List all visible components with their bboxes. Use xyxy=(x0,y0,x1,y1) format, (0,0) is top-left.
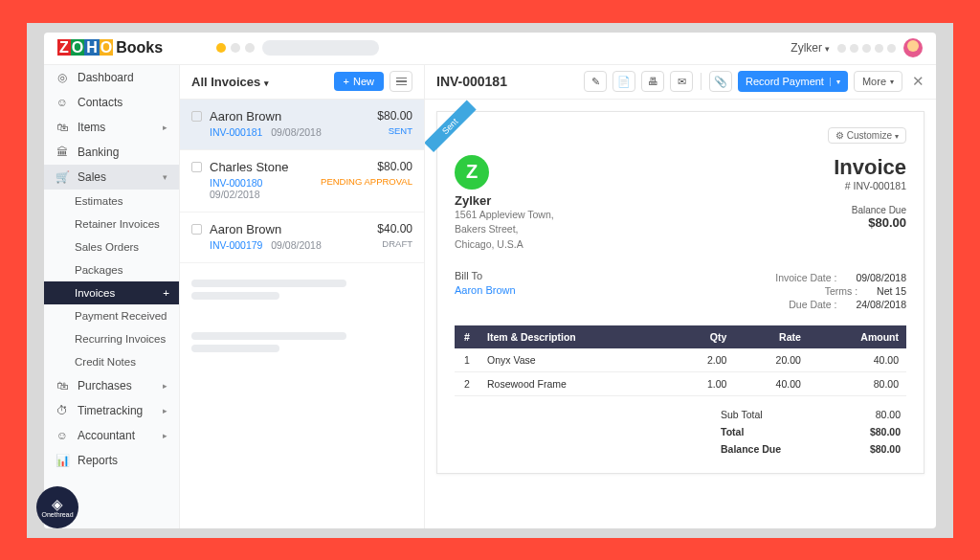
nav-invoices[interactable]: Invoices+ xyxy=(44,281,179,304)
detail-title: INV-000181 xyxy=(436,74,507,89)
user-icon: ☺ xyxy=(56,96,69,109)
nav-items[interactable]: 🛍Items▸ xyxy=(44,115,179,140)
nav-retainer-invoices[interactable]: Retainer Invoices xyxy=(44,213,179,235)
invoice-status: PENDING APPROVAL xyxy=(321,176,412,187)
chevron-right-icon: ▸ xyxy=(163,406,167,415)
customize-button[interactable]: ⚙ Customize▾ xyxy=(828,127,906,144)
balance-label: Balance Due xyxy=(834,205,906,215)
invoice-number-link[interactable]: INV-000181 xyxy=(210,126,262,138)
record-payment-button[interactable]: Record Payment▾ xyxy=(738,71,848,92)
invoice-status: SENT xyxy=(377,125,412,136)
checkbox[interactable] xyxy=(191,224,202,235)
clock-icon: ⏱ xyxy=(56,404,69,417)
gauge-icon: ◎ xyxy=(56,71,69,84)
invoice-amount: $80.00 xyxy=(321,160,412,173)
chevron-down-icon: ▾ xyxy=(163,172,167,182)
user-icon: ☺ xyxy=(56,429,69,442)
nav-reports[interactable]: 📊Reports xyxy=(44,448,179,473)
window-dots xyxy=(216,43,255,53)
app-logo: ZOHOBooks xyxy=(57,39,163,56)
company-address: 1561 Appleview Town, Bakers Street, Chic… xyxy=(455,208,554,253)
avatar[interactable] xyxy=(903,38,923,57)
invoice-number-link[interactable]: INV-000180 xyxy=(210,177,262,189)
file-icon: 📄 xyxy=(617,76,631,88)
close-button[interactable]: ✕ xyxy=(912,73,924,90)
nav-sales-orders[interactable]: Sales Orders xyxy=(44,235,179,258)
printer-icon: 🖶 xyxy=(648,76,658,87)
sidebar: ◎Dashboard ☺Contacts 🛍Items▸ 🏛Banking 🛒S… xyxy=(44,65,180,528)
company-name: Zylker xyxy=(455,193,554,208)
totals: Sub Total80.00Total$80.00Balance Due$80.… xyxy=(715,406,906,458)
chevron-right-icon: ▸ xyxy=(163,123,167,132)
invoice-row[interactable]: Charles Stone INV-000180 09/02/2018 $80.… xyxy=(180,150,424,213)
billto-label: Bill To xyxy=(455,270,516,281)
new-button[interactable]: +New xyxy=(334,72,384,91)
bank-icon: 🏛 xyxy=(56,146,69,159)
print-button[interactable]: 🖶 xyxy=(641,71,664,92)
nav-accountant[interactable]: ☺Accountant▸ xyxy=(44,423,179,448)
pencil-icon: ✎ xyxy=(591,76,600,88)
more-button[interactable]: More▾ xyxy=(854,71,902,92)
pdf-button[interactable]: 📄 xyxy=(612,71,635,92)
nav-timetracking[interactable]: ⏱Timetracking▸ xyxy=(44,398,179,423)
document-type: Invoice xyxy=(834,155,906,180)
skeleton-row xyxy=(180,263,424,316)
cube-icon: ◈ xyxy=(52,497,63,511)
nav-estimates[interactable]: Estimates xyxy=(44,190,179,213)
skeleton-row xyxy=(180,316,424,369)
list-menu-button[interactable] xyxy=(390,71,412,92)
watermark-badge: ◈ Onethread xyxy=(36,486,78,528)
header-action-dots xyxy=(837,44,896,53)
nav-contacts[interactable]: ☺Contacts xyxy=(44,90,179,115)
invoice-customer: Charles Stone xyxy=(210,160,313,174)
topbar: ZOHOBooks Zylker▾ xyxy=(44,33,936,65)
bag-icon: 🛍 xyxy=(56,379,69,392)
nav-purchases[interactable]: 🛍Purchases▸ xyxy=(44,373,179,398)
invoice-amount: $40.00 xyxy=(377,222,412,235)
nav-packages[interactable]: Packages xyxy=(44,258,179,281)
nav-sales[interactable]: 🛒Sales▾ xyxy=(44,165,179,190)
bag-icon: 🛍 xyxy=(56,121,69,134)
nav-dashboard[interactable]: ◎Dashboard xyxy=(44,65,179,90)
invoice-row[interactable]: Aaron Brown INV-000179 09/08/2018 $40.00… xyxy=(180,213,424,263)
mail-button[interactable]: ✉ xyxy=(670,71,693,92)
invoice-preview: Sent ⚙ Customize▾ Z Zylker 1561 Applevie… xyxy=(436,111,924,474)
invoice-status: DRAFT xyxy=(377,238,412,249)
status-ribbon: Sent xyxy=(425,100,476,151)
nav-credit-notes[interactable]: Credit Notes xyxy=(44,350,179,373)
mail-icon: ✉ xyxy=(678,76,686,88)
company-logo: Z xyxy=(455,155,489,190)
org-switcher[interactable]: Zylker▾ xyxy=(791,41,830,55)
line-item: 1Onyx Vase2.0020.0040.00 xyxy=(455,348,906,372)
plus-icon[interactable]: + xyxy=(163,287,169,299)
chart-icon: 📊 xyxy=(56,454,69,467)
nav-banking[interactable]: 🏛Banking xyxy=(44,140,179,165)
search-placeholder[interactable] xyxy=(262,40,379,56)
document-number: # INV-000181 xyxy=(834,180,906,191)
list-filter-dropdown[interactable]: All Invoices▾ xyxy=(191,75,269,89)
chevron-right-icon: ▸ xyxy=(163,381,167,391)
invoice-meta: Invoice Date :09/08/2018Terms :Net 15Due… xyxy=(775,270,906,312)
menu-icon xyxy=(396,78,407,86)
paperclip-icon: 📎 xyxy=(714,76,727,88)
cart-icon: 🛒 xyxy=(56,170,69,184)
invoice-detail-panel: INV-000181 ✎ 📄 🖶 ✉ 📎 Record Payment▾ Mor… xyxy=(425,65,936,528)
line-item: 2Rosewood Frame1.0040.0080.00 xyxy=(455,371,906,395)
gear-icon: ⚙ xyxy=(835,130,844,141)
edit-button[interactable]: ✎ xyxy=(584,71,607,92)
billto-customer[interactable]: Aaron Brown xyxy=(455,284,516,296)
line-items-table: #Item & DescriptionQtyRateAmount 1Onyx V… xyxy=(455,325,906,396)
invoice-list-panel: All Invoices▾ +New Aaron Brown INV-00018… xyxy=(180,65,425,528)
checkbox[interactable] xyxy=(191,111,202,122)
attach-button[interactable]: 📎 xyxy=(709,71,732,92)
chevron-right-icon: ▸ xyxy=(163,431,167,440)
caret-down-icon[interactable]: ▾ xyxy=(830,78,840,86)
checkbox[interactable] xyxy=(191,162,202,172)
nav-recurring-invoices[interactable]: Recurring Invoices xyxy=(44,327,179,350)
balance-value: $80.00 xyxy=(834,215,906,230)
invoice-number-link[interactable]: INV-000179 xyxy=(210,239,262,251)
plus-icon: + xyxy=(344,76,349,87)
invoice-row[interactable]: Aaron Brown INV-000181 09/08/2018 $80.00… xyxy=(180,100,424,150)
nav-payment-received[interactable]: Payment Received xyxy=(44,304,179,327)
invoice-customer: Aaron Brown xyxy=(210,222,369,236)
